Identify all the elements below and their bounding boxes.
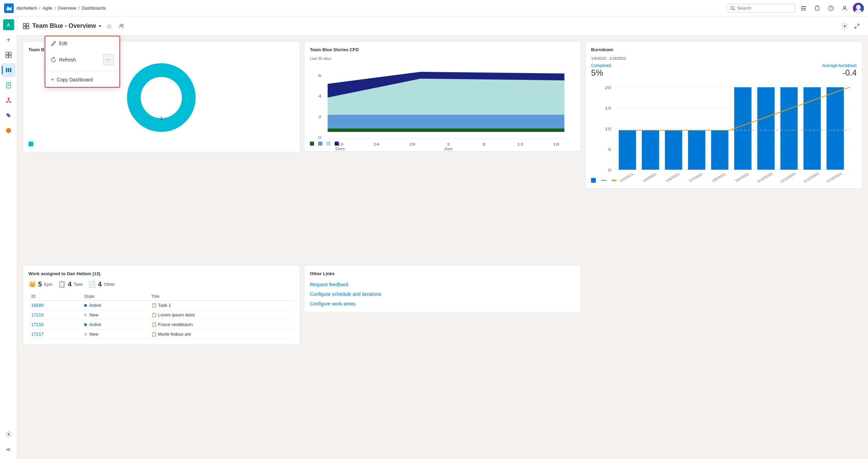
cell-id: 17215 (28, 310, 81, 320)
burndown-chart: 0 5 10 15 20 (591, 80, 857, 177)
clipboard-icon[interactable] (812, 3, 823, 14)
work-summary-task: 📋 4 Task (58, 280, 83, 288)
dashboard-title-icon (23, 23, 30, 30)
average-burndown-label: Average burndown (822, 63, 857, 68)
search-input[interactable] (737, 5, 785, 11)
svg-text:19: 19 (337, 143, 343, 146)
other-links-title: Other Links (310, 271, 576, 276)
cell-title: 📋Lorem ipsum dolor (149, 310, 294, 320)
refresh-button[interactable]: Refresh ··· (45, 50, 119, 69)
table-row[interactable]: 17215 New 📋Lorem ipsum dolor (28, 310, 294, 320)
svg-rect-66 (619, 130, 636, 170)
svg-point-1 (731, 6, 734, 9)
cell-state: Active (81, 320, 149, 329)
svg-text:6: 6 (318, 74, 322, 78)
work-summary-epic: 👑 5 Epic (28, 280, 53, 288)
breadcrumb-dashboards[interactable]: Dashboards (82, 5, 106, 11)
svg-rect-27 (23, 26, 26, 29)
svg-text:18: 18 (553, 143, 559, 146)
edit-button[interactable]: Edit (45, 36, 119, 50)
svg-text:1/13/2023: 1/13/2023 (825, 172, 843, 183)
svg-text:0: 0 (608, 168, 612, 172)
manage-members-icon[interactable] (116, 21, 127, 32)
cell-title: 📋Morbi finibus ant (149, 329, 294, 339)
sidebar-item-collapse[interactable]: ≪ (2, 443, 15, 456)
dashboard-title[interactable]: Team Blue - Overview ▾ (23, 22, 101, 30)
sidebar-item-boards[interactable] (2, 63, 15, 77)
task-label: Task (74, 282, 83, 287)
burndown-header: Burndown 1/4/2023 - 1/18/2023 (591, 47, 857, 60)
star-icon[interactable] (104, 21, 115, 32)
user-avatar[interactable] (853, 3, 864, 14)
topbar-icons: ? (798, 3, 864, 14)
svg-rect-68 (665, 130, 682, 170)
svg-rect-4 (801, 8, 806, 9)
work-table: ID State Title 16689 Active 📋Task 1 1721… (28, 292, 294, 339)
table-row[interactable]: 17216 Active 📋Fusce vestibulum (28, 320, 294, 329)
cell-title: 📋Fusce vestibulum (149, 320, 294, 329)
svg-line-2 (734, 9, 735, 10)
svg-text:1/10/2023: 1/10/2023 (756, 172, 774, 183)
dashboard-header: Team Blue - Overview ▾ (17, 16, 868, 36)
refresh-label: Refresh (59, 57, 76, 63)
azure-devops-logo[interactable] (4, 3, 14, 13)
copy-dashboard-label: Copy Dashboard (57, 77, 93, 82)
cfd-chart: 0 2 4 6 (310, 63, 576, 139)
svg-text:24: 24 (373, 143, 380, 146)
svg-text:1/8/2023: 1/8/2023 (710, 173, 727, 182)
svg-text:10: 10 (605, 127, 611, 131)
donut-legend-box (28, 142, 33, 146)
fullscreen-icon[interactable] (852, 21, 863, 32)
svg-rect-13 (6, 55, 8, 58)
completed-value: 5% (591, 68, 611, 78)
breadcrumb-agile[interactable]: Agile (43, 5, 53, 11)
table-row[interactable]: 16689 Active 📋Task 1 (28, 300, 294, 310)
help-icon[interactable]: ? (825, 3, 836, 14)
cell-state: Active (81, 300, 149, 310)
svg-rect-72 (757, 87, 775, 170)
other-links-card: Other Links Request feedbackConfigure sc… (304, 265, 581, 312)
refresh-icon (51, 57, 56, 63)
epic-icon: 👑 (28, 280, 36, 288)
search-box[interactable] (727, 4, 795, 12)
svg-text:1/11/2023: 1/11/2023 (779, 172, 797, 183)
svg-point-10 (856, 5, 861, 10)
sidebar-item-testplans[interactable] (2, 109, 15, 122)
other-links-list: Request feedbackConfigure schedule and i… (310, 280, 576, 306)
svg-rect-14 (9, 55, 11, 58)
dashboard-header-right (839, 21, 863, 32)
other-link-item[interactable]: Request feedback (310, 282, 576, 287)
other-link-item[interactable]: Configure schedule and iterations (310, 291, 576, 297)
svg-text:3: 3 (447, 143, 450, 146)
svg-rect-70 (711, 130, 728, 170)
svg-text:4: 4 (318, 94, 322, 98)
breadcrumb-danhellem[interactable]: danhellem (16, 5, 37, 11)
svg-point-31 (122, 24, 124, 26)
sidebar-item-artifacts[interactable] (2, 124, 15, 137)
copy-dashboard-button[interactable]: + Copy Dashboard (45, 72, 119, 87)
sidebar-item-pipelines[interactable] (2, 93, 15, 107)
table-row[interactable]: 17217 New 📋Morbi finibus ant (28, 329, 294, 339)
edit-icon (51, 41, 56, 46)
sidebar-item-repos[interactable] (2, 78, 15, 92)
svg-text:1/5/2023: 1/5/2023 (641, 173, 657, 182)
more-options-button[interactable]: ··· (103, 54, 114, 65)
breadcrumb-overview[interactable]: Overview (58, 5, 76, 11)
svg-point-32 (844, 25, 846, 27)
edit-label: Edit (59, 41, 67, 46)
sidebar-item-overview[interactable] (2, 48, 15, 62)
other-link-item[interactable]: Configure work areas (310, 301, 576, 306)
svg-point-36 (148, 84, 175, 111)
work-assigned-title: Work assigned to Dan Hellem (13) (28, 271, 294, 276)
cfd-subtitle: Last 30 days (310, 56, 576, 60)
user-icon[interactable] (839, 3, 850, 14)
svg-text:29: 29 (409, 143, 415, 146)
list-icon[interactable] (798, 3, 809, 14)
gear-icon[interactable] (839, 21, 850, 32)
work-assigned-card: Work assigned to Dan Hellem (13) 👑 5 Epi… (23, 265, 300, 345)
sidebar-item-settings[interactable] (2, 427, 15, 441)
sidebar-org-avatar[interactable]: A (3, 19, 14, 30)
svg-text:1/9/2023: 1/9/2023 (734, 173, 750, 182)
sidebar-item-add[interactable]: + (2, 33, 15, 47)
dashboard-header-icons (104, 21, 127, 32)
